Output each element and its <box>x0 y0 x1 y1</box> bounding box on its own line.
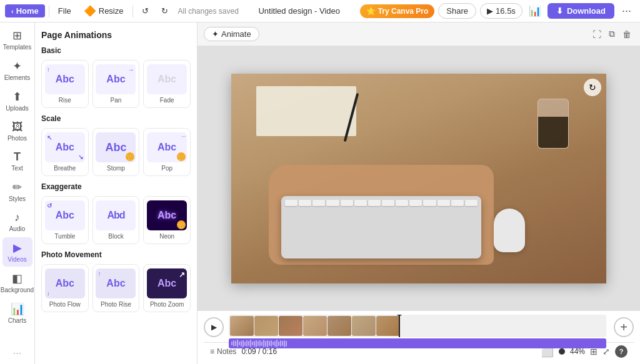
key9 <box>396 200 408 206</box>
scale-grid: ↖ ↘ Abc Breathe Abc 👑 Stomp ··· Abc <box>41 128 191 176</box>
block-preview: Abd <box>96 200 136 230</box>
fade-preview: Abc <box>147 64 187 94</box>
anim-stomp[interactable]: Abc 👑 Stomp <box>92 128 140 176</box>
section-photo-movement: Photo Movement <box>41 250 191 259</box>
videos-label: Videos <box>8 256 26 263</box>
play-icon: ▶ <box>211 323 217 332</box>
thumb7 <box>376 316 400 336</box>
section-exaggerate: Exaggerate <box>41 182 191 191</box>
download-button[interactable]: ⬇ Download <box>548 3 614 19</box>
anim-fade[interactable]: Abc Fade <box>143 60 191 108</box>
wave-bar <box>284 340 285 347</box>
video-strip <box>229 315 606 337</box>
anim-pop[interactable]: ··· Abc 👑 Pop <box>143 128 191 176</box>
wave-bar <box>269 341 270 346</box>
playhead <box>399 315 400 337</box>
audio-icon: ♪ <box>14 211 20 224</box>
anim-breathe[interactable]: ↖ ↘ Abc Breathe <box>41 128 89 176</box>
key10 <box>409 200 422 206</box>
time-display: 0:09 / 0:16 <box>241 347 277 356</box>
add-track-button[interactable]: + <box>614 317 634 337</box>
styles-icon: ✏ <box>12 180 22 194</box>
sidebar-item-text[interactable]: T Text <box>2 147 32 175</box>
sidebar-item-templates[interactable]: ⊞ Templates <box>2 25 32 54</box>
preview-button[interactable]: ▶ 16.5s <box>480 3 522 19</box>
expand-canvas-button[interactable]: ⛶ <box>590 26 604 42</box>
saved-status: All changes saved <box>178 7 239 16</box>
thumb6 <box>352 316 376 336</box>
undo-button[interactable]: ↺ <box>137 4 154 17</box>
rise-preview: ↑ Abc <box>45 64 85 94</box>
duplicate-canvas-button[interactable]: ⧉ <box>606 26 618 42</box>
wave-bar <box>233 340 234 347</box>
mouse-prop <box>494 209 525 252</box>
try-pro-button[interactable]: ⭐ Try Canva Pro <box>360 4 435 18</box>
sidebar-item-videos[interactable]: ▶ Videos <box>2 237 32 267</box>
document-title: Untitled design - Video <box>241 6 358 16</box>
timeline-track[interactable] <box>229 315 606 340</box>
anim-photo-flow[interactable]: ↓ Abc Photo Flow <box>41 264 89 312</box>
photo-flow-preview: ↓ Abc <box>45 268 85 298</box>
help-button[interactable]: ? <box>615 345 628 358</box>
resize-button[interactable]: 🔶 Resize <box>79 3 129 19</box>
sidebar-item-photos[interactable]: 🖼 Photos <box>2 117 32 145</box>
photo-zoom-label: Photo Zoom <box>150 301 184 308</box>
timeline-area: ▶ <box>198 310 640 364</box>
file-button[interactable]: File <box>53 4 76 17</box>
sidebar-item-uploads[interactable]: ⬆ Uploads <box>2 86 32 116</box>
more-sidebar-icon: ··· <box>13 348 21 358</box>
refresh-button[interactable]: ↻ <box>584 79 601 96</box>
analytics-icon: 📊 <box>529 6 541 16</box>
play-button[interactable]: ▶ <box>204 317 224 337</box>
main-layout: ⊞ Templates ✦ Elements ⬆ Uploads 🖼 Photo… <box>0 22 640 364</box>
wave-bar <box>280 340 281 347</box>
anim-neon[interactable]: Abc 👑 Neon <box>143 196 191 244</box>
wave-bar <box>276 340 278 347</box>
more-icon: ··· <box>622 4 631 17</box>
video-background <box>231 74 606 283</box>
share-label: Share <box>446 6 468 16</box>
wave-bar <box>248 341 249 346</box>
sidebar-item-charts[interactable]: 📊 Charts <box>2 298 32 328</box>
wave-bar <box>252 342 253 345</box>
canvas-icon-buttons: ⛶ ⧉ 🗑 <box>590 26 634 42</box>
anim-pan[interactable]: → Abc Pan <box>92 60 140 108</box>
uploads-label: Uploads <box>6 105 29 112</box>
key11 <box>423 200 436 206</box>
thumb3 <box>279 316 302 336</box>
sidebar-item-audio[interactable]: ♪ Audio <box>2 207 32 236</box>
anim-photo-rise[interactable]: ↑ Abc Photo Rise <box>92 264 140 312</box>
glass-prop <box>538 99 569 149</box>
wave-bar <box>263 340 264 347</box>
sidebar-item-styles[interactable]: ✏ Styles <box>2 177 32 206</box>
crown-badge-pop: 👑 <box>177 152 186 161</box>
wave-bar <box>231 342 232 345</box>
redo-button[interactable]: ↻ <box>156 4 173 17</box>
home-button[interactable]: ‹ Home <box>5 4 45 17</box>
sidebar-item-background[interactable]: ◧ Background <box>2 268 32 297</box>
key14 <box>465 200 478 206</box>
zoom-dot <box>559 348 565 355</box>
block-label: Block <box>108 233 123 240</box>
animate-button[interactable]: ✦ Animate <box>204 27 259 41</box>
refresh-icon: ↻ <box>589 82 596 92</box>
thumb1 <box>230 316 254 336</box>
glass-liquid <box>538 117 568 148</box>
delete-canvas-button[interactable]: 🗑 <box>620 26 634 42</box>
key13 <box>451 200 464 206</box>
anim-tumble[interactable]: ↺ Abc Tumble <box>41 196 89 244</box>
anim-block[interactable]: Abd Block <box>92 196 140 244</box>
notes-button[interactable]: ≡ Notes <box>210 347 236 356</box>
more-options-button[interactable]: ··· <box>618 2 635 20</box>
key1 <box>285 200 298 206</box>
notes-label: Notes <box>217 347 236 356</box>
photo-rise-preview: ↑ Abc <box>96 268 136 298</box>
analytics-button[interactable]: 📊 <box>526 2 544 19</box>
home-label: Home <box>16 6 39 16</box>
wave-bar <box>267 340 268 347</box>
share-button[interactable]: Share <box>438 3 476 19</box>
anim-rise[interactable]: ↑ Abc Rise <box>41 60 89 108</box>
sidebar-item-elements[interactable]: ✦ Elements <box>2 56 32 85</box>
zoom-arrow-icon: ↗ <box>179 270 185 279</box>
anim-photo-zoom[interactable]: ↗ Abc Photo Zoom <box>143 264 191 312</box>
